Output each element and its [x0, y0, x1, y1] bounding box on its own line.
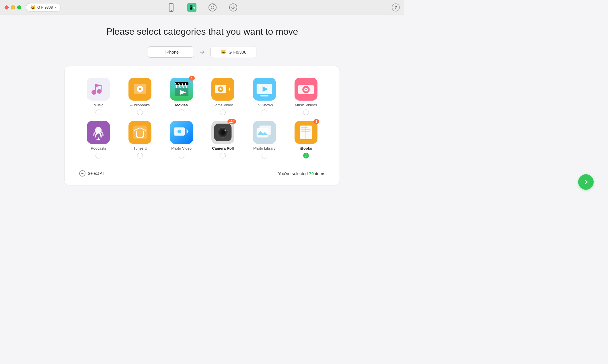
select-all-button[interactable]: − Select All [79, 170, 104, 177]
movies-radio[interactable] [179, 109, 184, 115]
ibooks-radio[interactable] [303, 153, 309, 158]
camera-roll-radio[interactable] [220, 153, 226, 158]
download-icon-btn[interactable] [227, 2, 239, 13]
category-item-camera-roll[interactable]: 124Camera Roll [204, 121, 242, 158]
svg-rect-28 [260, 95, 269, 97]
home-video-icon-wrap [211, 78, 234, 101]
podcasts-radio[interactable] [96, 153, 101, 158]
svg-point-43 [177, 130, 181, 133]
minus-icon: − [79, 170, 85, 177]
svg-line-7 [213, 4, 214, 5]
category-item-ibooks[interactable]: 3iBooks [287, 121, 325, 158]
photo-library-label: Photo Library [253, 146, 275, 150]
movies-icon-wrap: 1 [170, 78, 193, 101]
photo-library-app-icon [253, 121, 276, 144]
movies-badge: 1 [189, 76, 195, 81]
help-button[interactable]: ? [392, 3, 400, 11]
svg-rect-0 [169, 3, 173, 11]
select-all-label: Select All [88, 171, 104, 176]
svg-point-48 [221, 130, 225, 135]
svg-point-14 [139, 88, 141, 90]
photo-video-app-icon [170, 121, 193, 144]
photo-library-radio[interactable] [262, 153, 267, 158]
chevron-down-icon: ▾ [55, 6, 56, 9]
count-number: 79 [309, 171, 314, 176]
audiobooks-icon-wrap [128, 78, 151, 101]
category-container: MusicAudiobooks1MoviesHome VideoTV Shows… [65, 66, 340, 185]
podcasts-label: Podcasts [91, 146, 106, 150]
maximize-button[interactable] [17, 5, 21, 9]
source-device-label: iPhone [165, 50, 179, 54]
itunes-u-radio[interactable] [137, 153, 143, 158]
category-item-photo-library[interactable]: Photo Library [245, 121, 284, 158]
device-name-label: GT-I9308 [37, 5, 53, 9]
music-videos-radio[interactable] [303, 109, 309, 115]
music-icon-btn[interactable] [207, 2, 218, 13]
tv-shows-radio[interactable] [262, 109, 267, 115]
movies-app-icon [170, 78, 193, 101]
photo-library-icon-wrap [253, 121, 276, 144]
photo-video-icon-wrap [170, 121, 193, 144]
ibooks-app-icon [295, 121, 317, 144]
device-transfer-row: iPhone ➜ 🐱 GT-I9308 [148, 46, 256, 58]
podcasts-app-icon [87, 121, 110, 144]
svg-point-49 [225, 130, 226, 131]
home-video-label: Home Video [213, 103, 233, 107]
category-item-home-video[interactable]: Home Video [204, 78, 242, 115]
svg-rect-11 [87, 78, 110, 101]
home-video-app-icon [211, 78, 234, 101]
page-title: Please select categories that you want t… [106, 26, 298, 37]
itunes-u-app-icon [128, 121, 151, 144]
svg-rect-55 [301, 127, 308, 128]
category-item-photo-video[interactable]: Photo Video [162, 121, 201, 158]
audiobooks-label: Audiobooks [130, 103, 150, 107]
itunes-u-label: iTunes U [132, 146, 147, 150]
selected-count-text: You've selected 79 items [278, 171, 325, 176]
target-device-pill: 🐱 GT-I9308 [211, 46, 256, 58]
traffic-lights [5, 5, 21, 9]
music-radio[interactable] [96, 109, 101, 115]
audiobooks-app-icon [128, 78, 151, 101]
toolbar-icons: 📱 ➜ [165, 2, 239, 13]
camera-roll-badge: 124 [227, 119, 236, 124]
camera-roll-app-icon [211, 121, 234, 144]
audiobooks-radio[interactable] [137, 109, 143, 115]
transfer-arrow-icon: ➜ [200, 48, 205, 56]
svg-point-6 [211, 6, 214, 9]
ibooks-badge: 3 [313, 119, 319, 124]
device-icon: 🐱 [30, 5, 36, 10]
svg-rect-52 [257, 128, 269, 138]
category-item-music-videos[interactable]: Music Videos [287, 78, 325, 115]
category-grid: MusicAudiobooks1MoviesHome VideoTV Shows… [79, 78, 325, 158]
home-video-radio[interactable] [220, 109, 226, 115]
tv-shows-app-icon [253, 78, 276, 101]
target-device-label: GT-I9308 [229, 50, 247, 54]
close-button[interactable] [5, 5, 9, 9]
category-item-movies[interactable]: 1Movies [162, 78, 201, 115]
category-item-audiobooks[interactable]: Audiobooks [121, 78, 159, 115]
movies-label: Movies [175, 103, 188, 107]
category-item-podcasts[interactable]: Podcasts [79, 121, 118, 158]
photo-video-radio[interactable] [179, 153, 184, 158]
tv-shows-label: TV Shows [256, 103, 273, 107]
ibooks-label: iBooks [300, 146, 312, 150]
itunes-u-icon-wrap [128, 121, 151, 144]
camera-roll-icon-wrap: 124 [211, 121, 234, 144]
camera-roll-label: Camera Roll [212, 146, 234, 150]
music-icon-wrap [87, 78, 110, 101]
category-item-tv-shows[interactable]: TV Shows [245, 78, 284, 115]
category-item-music[interactable]: Music [79, 78, 118, 115]
svg-text:➜: ➜ [192, 5, 196, 9]
photo-video-label: Photo Video [171, 146, 192, 150]
device-selector[interactable]: 🐱 GT-I9308 ▾ [26, 3, 61, 12]
music-videos-icon-wrap [295, 78, 317, 101]
android-icon: 🐱 [221, 49, 226, 55]
tv-shows-icon-wrap [253, 78, 276, 101]
source-device-pill: iPhone [148, 46, 194, 58]
titlebar: 🐱 GT-I9308 ▾ 📱 ➜ [0, 0, 404, 15]
transfer-icon-btn[interactable]: 📱 ➜ [186, 2, 198, 13]
minimize-button[interactable] [11, 5, 15, 9]
category-item-itunes-u[interactable]: iTunes U [121, 121, 159, 158]
phone-icon-btn[interactable] [165, 2, 177, 13]
music-videos-label: Music Videos [295, 103, 317, 107]
